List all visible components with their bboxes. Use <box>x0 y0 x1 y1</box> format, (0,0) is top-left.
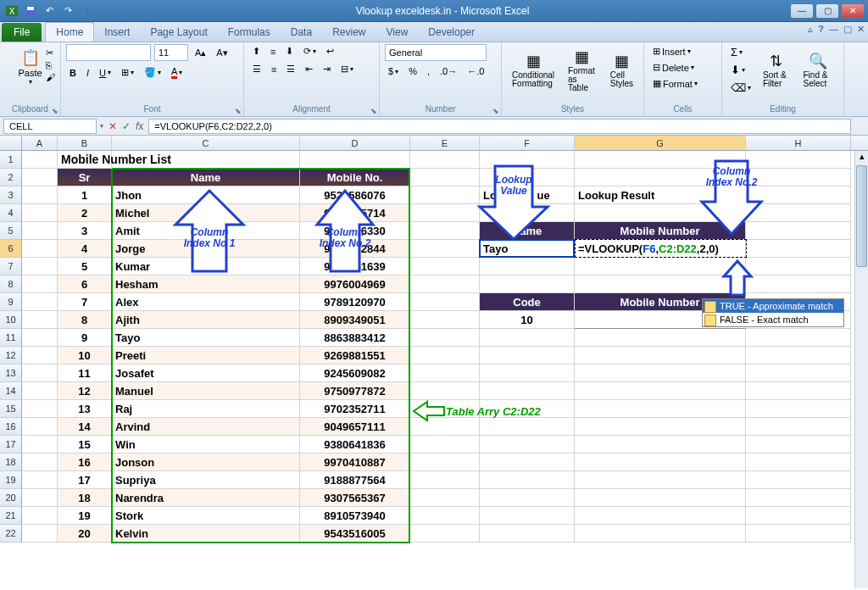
cell[interactable] <box>480 347 575 365</box>
comma-icon[interactable]: , <box>424 64 433 78</box>
find-select-button[interactable]: 🔍Find & Select <box>798 47 839 92</box>
row-header[interactable]: 10 <box>0 311 22 329</box>
alignment-dialog-icon[interactable]: ⬊ <box>370 107 377 115</box>
accept-formula-icon[interactable]: ✓ <box>122 120 131 132</box>
cell-sr[interactable]: 16 <box>58 454 112 471</box>
cell-a19[interactable] <box>22 471 58 489</box>
cell[interactable] <box>575 525 746 543</box>
cell[interactable] <box>746 525 851 543</box>
row-header[interactable]: 11 <box>0 329 22 347</box>
cell[interactable] <box>480 204 575 222</box>
cell-sr[interactable]: 7 <box>58 293 112 311</box>
cell-a12[interactable] <box>22 347 58 365</box>
cell[interactable] <box>410 454 480 471</box>
row-header[interactable]: 21 <box>0 507 22 525</box>
cell[interactable] <box>300 151 410 169</box>
font-dialog-icon[interactable]: ⬊ <box>235 107 242 115</box>
lookup-result-label[interactable]: Lookup Result <box>575 186 746 204</box>
col-header-g[interactable]: G <box>575 136 746 150</box>
merge-icon[interactable]: ⊟▾ <box>337 62 357 76</box>
cell[interactable] <box>746 151 851 169</box>
row-header[interactable]: 7 <box>0 258 22 276</box>
row-header[interactable]: 5 <box>0 222 22 240</box>
conditional-format-button[interactable]: ▦Conditional Formatting <box>507 47 559 92</box>
select-all-corner[interactable] <box>0 136 22 150</box>
formulas-tab[interactable]: Formulas <box>218 23 281 42</box>
code-header[interactable]: Code <box>480 293 575 311</box>
cell[interactable] <box>746 418 851 436</box>
code-value[interactable]: 10 <box>480 311 575 329</box>
format-cells-button[interactable]: ▦ Format ▾ <box>649 76 716 91</box>
bold-button[interactable]: B <box>66 66 80 80</box>
page-layout-tab[interactable]: Page Layout <box>140 23 217 42</box>
cell[interactable] <box>575 454 746 471</box>
cell-sr[interactable]: 8 <box>58 311 112 329</box>
col-header-f[interactable]: F <box>480 136 575 150</box>
tooltip-true[interactable]: TRUE - Approximate match <box>703 299 843 313</box>
cell[interactable] <box>746 258 851 276</box>
cell-sr[interactable]: 2 <box>58 204 112 222</box>
increase-decimal-icon[interactable]: .0→ <box>437 64 460 78</box>
col-header-b[interactable]: B <box>58 136 112 150</box>
col-header-e[interactable]: E <box>410 136 480 150</box>
cell-a21[interactable] <box>22 507 58 525</box>
cell[interactable] <box>575 276 746 293</box>
cell[interactable] <box>575 329 746 347</box>
clipboard-dialog-icon[interactable]: ⬊ <box>52 107 58 115</box>
cell[interactable] <box>410 276 480 293</box>
cell-styles-button[interactable]: ▦Cell Styles <box>605 47 638 92</box>
cell-sr[interactable]: 12 <box>58 382 112 400</box>
name-box[interactable]: CELL <box>3 119 97 134</box>
clear-icon[interactable]: ⌫▾ <box>727 80 754 96</box>
fill-color-icon[interactable]: 🪣▾ <box>141 65 164 80</box>
col-header-d[interactable]: D <box>300 136 410 150</box>
font-select[interactable] <box>66 44 151 61</box>
cell-sr[interactable]: 3 <box>58 222 112 240</box>
cell-a6[interactable] <box>22 240 58 258</box>
cell[interactable] <box>746 454 851 471</box>
cell[interactable] <box>410 489 480 507</box>
insert-cells-button[interactable]: ⊞ Insert ▾ <box>649 44 716 58</box>
cell-sr[interactable]: 5 <box>58 258 112 276</box>
lookup-header-mobile[interactable]: Mobile Number <box>575 222 746 240</box>
cell-a7[interactable] <box>22 258 58 276</box>
delete-cells-button[interactable]: ⊟ Delete ▾ <box>649 60 716 75</box>
wrap-text-icon[interactable]: ↩ <box>323 44 337 58</box>
italic-button[interactable]: I <box>83 66 92 80</box>
orientation-icon[interactable]: ⟳▾ <box>300 44 320 58</box>
cell[interactable] <box>480 329 575 347</box>
cell[interactable] <box>746 489 851 507</box>
row-header[interactable]: 12 <box>0 347 22 365</box>
cell[interactable] <box>410 418 480 436</box>
vertical-scrollbar[interactable]: ▴ <box>854 151 868 588</box>
row-header[interactable]: 4 <box>0 204 22 222</box>
row-header[interactable]: 13 <box>0 365 22 382</box>
cell[interactable] <box>746 204 851 222</box>
formula-input[interactable]: =VLOOKUP(F6,C2:D22,2,0) <box>148 119 851 134</box>
border-icon[interactable]: ⊞▾ <box>118 65 137 80</box>
cell[interactable] <box>746 400 851 418</box>
lookup-value-label[interactable]: Loo ue <box>480 186 575 204</box>
qat-customize[interactable] <box>78 3 95 19</box>
ribbon-minimize-icon[interactable]: ▵ <box>808 24 813 35</box>
cell[interactable] <box>746 347 851 365</box>
cell[interactable] <box>746 471 851 489</box>
cell[interactable] <box>410 222 480 240</box>
cell-sr[interactable]: 18 <box>58 489 112 507</box>
cell[interactable] <box>575 471 746 489</box>
doc-minimize-icon[interactable]: — <box>829 24 838 35</box>
minimize-button[interactable]: — <box>790 3 814 19</box>
percent-icon[interactable]: % <box>405 64 420 78</box>
row-header[interactable]: 2 <box>0 169 22 186</box>
cell[interactable] <box>410 329 480 347</box>
cell-sr[interactable]: 9 <box>58 329 112 347</box>
cell[interactable] <box>480 258 575 276</box>
cell[interactable] <box>410 311 480 329</box>
developer-tab[interactable]: Developer <box>418 23 485 42</box>
cell-sr[interactable]: 20 <box>58 525 112 543</box>
autosum-icon[interactable]: Σ▾ <box>727 44 754 60</box>
range-lookup-tooltip[interactable]: TRUE - Approximate match FALSE - Exact m… <box>702 298 844 327</box>
cell[interactable] <box>746 222 851 240</box>
copy-icon[interactable]: ⎘ <box>46 60 55 70</box>
align-bottom-icon[interactable]: ⬇ <box>282 44 297 58</box>
